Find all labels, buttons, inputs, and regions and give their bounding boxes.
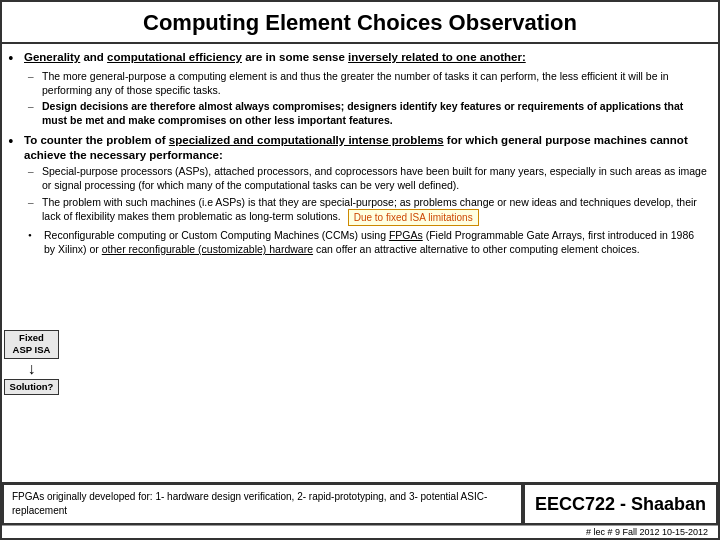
slide-title: Computing Element Choices Observation [18,10,702,36]
slide: Computing Element Choices Observation • … [0,0,720,540]
dash-1-2: – [28,100,38,127]
dash-1-1: – [28,70,38,97]
sidebar-label-solution: Solution? [4,379,59,395]
comp-efficiency-text: computational efficiency [107,51,242,63]
bullet-2-subs: – Special-purpose processors (ASPs), att… [28,165,708,256]
sub-bullet-2-2: – The problem with such machines (i.e AS… [28,196,708,227]
bullet-section-2: • To counter the problem of specialized … [8,133,708,257]
fpga-box: FPGAs originally developed for: 1- hardw… [2,483,523,525]
sub-bullet-2-1: – Special-purpose processors (ASPs), att… [28,165,708,192]
dash-2-1: – [28,165,38,192]
main-content: • Generality and computational efficienc… [2,44,718,482]
other-reconfigurable-text: other reconfigurable (customizable) hard… [102,243,313,255]
sidebar-arrow: ↓ [28,361,36,377]
bullet-section-1: • Generality and computational efficienc… [8,50,708,128]
inner-bullet-text: Reconfigurable computing or Custom Compu… [44,229,708,256]
sub-text-2-2: The problem with such machines (i.e ASPs… [42,196,708,227]
sidebar-float: Fixed ASP ISA ↓ Solution? [4,330,59,395]
generality-text: Generality [24,51,80,63]
sub-text-1-2: Design decisions are therefore almost al… [42,100,708,127]
sidebar-solution-text: Solution? [10,381,54,392]
title-bar: Computing Element Choices Observation [2,2,718,44]
dash-2-2: – [28,196,38,227]
sub-bullet-1-1: – The more general-purpose a computing e… [28,70,708,97]
bullet-2-main: • To counter the problem of specialized … [8,133,708,163]
sub-bullet-1-2: – Design decisions are therefore almost … [28,100,708,127]
sidebar-label-fixed: Fixed ASP ISA [4,330,59,359]
sidebar-fixed-text: Fixed [19,332,44,343]
bullet-dot-1: • [8,51,20,67]
bottom-area: FPGAs originally developed for: 1- hardw… [2,482,718,525]
bullet-1-main: • Generality and computational efficienc… [8,50,708,67]
solution-row: • Reconfigurable computing or Custom Com… [28,229,708,256]
eecc-title: EECC722 - Shaaban [535,494,706,515]
inversely-text: inversely related to one another: [348,51,526,63]
bullet-1-subs: – The more general-purpose a computing e… [28,70,708,128]
bullet-dot-2: • [8,134,20,163]
fpgas-text: FPGAs [389,229,423,241]
fpga-text: FPGAs originally developed for: 1- hardw… [12,491,487,516]
bullet-dot-inner: • [28,229,42,241]
bullet-1-text: Generality and computational efficiency … [24,50,526,67]
content-area: • Generality and computational efficienc… [2,44,718,482]
footer-text: # lec # 9 Fall 2012 10-15-2012 [586,527,708,537]
tooltip-box: Due to fixed ISA limitations [348,209,479,226]
eecc-box: EECC722 - Shaaban [523,483,718,525]
sub-text-2-1: Special-purpose processors (ASPs), attac… [42,165,708,192]
footer: # lec # 9 Fall 2012 10-15-2012 [2,525,718,538]
sub-text-1-1: The more general-purpose a computing ele… [42,70,708,97]
bullet-2-text: To counter the problem of specialized an… [24,133,708,163]
specialized-problems-text: specialized and computationally intense … [169,134,444,146]
sidebar-asp-text: ASP ISA [13,344,51,355]
